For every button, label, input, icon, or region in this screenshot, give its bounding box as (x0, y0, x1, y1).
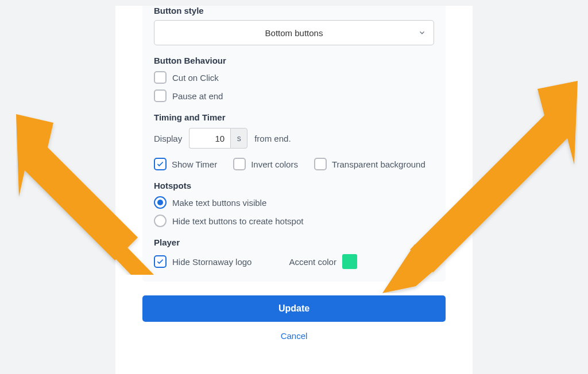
settings-form: Button style Bottom buttons Button Behav… (142, 6, 446, 282)
hotspots-label: Hotspots (154, 181, 434, 190)
cut-on-click-label: Cut on Click (172, 73, 219, 83)
accent-color-swatch[interactable] (342, 254, 357, 269)
button-style-label: Button style (154, 6, 434, 15)
button-behaviour-label: Button Behaviour (154, 56, 434, 65)
timing-input-group: s (189, 128, 247, 149)
hotspots-visible-label: Make text buttons visible (172, 198, 266, 208)
pause-at-end-label: Pause at end (172, 91, 223, 101)
hotspots-visible-radio[interactable] (154, 196, 167, 209)
hide-logo-checkbox[interactable] (154, 255, 167, 268)
hotspots-hide-label: Hide text buttons to create hotspot (172, 216, 303, 226)
show-timer-label: Show Timer (172, 159, 217, 169)
button-style-select[interactable]: Bottom buttons (154, 20, 434, 45)
invert-colors-checkbox[interactable] (233, 158, 246, 170)
button-style-select-wrap: Bottom buttons (154, 20, 434, 45)
actions: Update Cancel (142, 295, 446, 341)
player-label: Player (154, 237, 434, 247)
update-button[interactable]: Update (142, 295, 446, 322)
transparent-bg-label: Transparent background (332, 159, 425, 169)
cut-on-click-checkbox[interactable] (154, 71, 167, 84)
invert-colors-label: Invert colors (251, 159, 298, 169)
show-timer-checkbox[interactable] (154, 158, 167, 170)
timing-value-input[interactable] (189, 128, 230, 149)
hotspots-hide-radio[interactable] (154, 215, 167, 227)
hide-logo-label: Hide Stornaway logo (172, 257, 252, 267)
button-style-value: Bottom buttons (265, 28, 323, 38)
transparent-bg-checkbox[interactable] (314, 158, 327, 170)
accent-color-label: Accent color (289, 257, 336, 267)
timing-label: Timing and Timer (154, 112, 434, 122)
timing-display-word: Display (154, 134, 182, 143)
pause-at-end-checkbox[interactable] (154, 89, 167, 102)
timing-from-end: from end. (254, 134, 291, 143)
timing-unit: s (230, 128, 247, 149)
cancel-button[interactable]: Cancel (281, 331, 308, 341)
